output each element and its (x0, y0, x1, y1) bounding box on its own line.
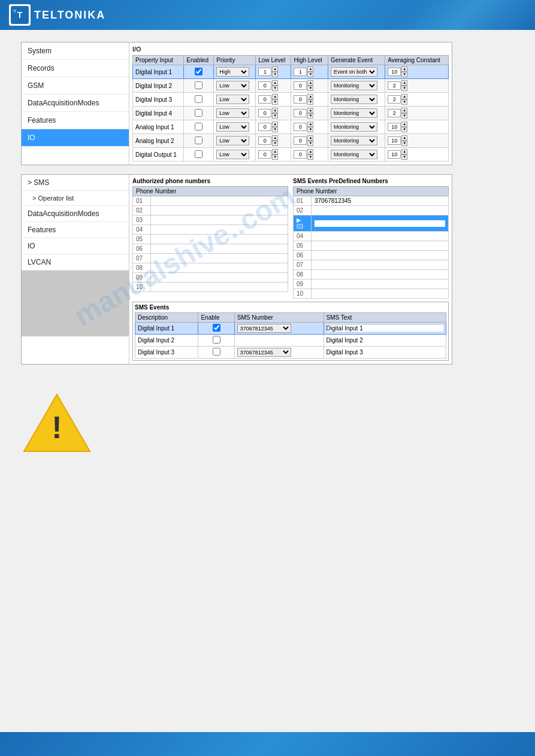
io-low-spinner[interactable]: ▲ ▼ (272, 94, 278, 105)
io-high-spinner[interactable]: ▲ ▼ (307, 108, 313, 119)
io-row-low[interactable]: ▲ ▼ (256, 65, 291, 79)
auth-phone-value[interactable] (151, 254, 288, 263)
sms-ev-row-num[interactable]: 37067812345 (234, 323, 324, 335)
sms-predef-value[interactable] (312, 260, 449, 270)
auth-phone-value[interactable] (151, 235, 288, 244)
auth-phone-input[interactable] (154, 236, 285, 242)
io-row-event[interactable]: Event on both Monitoring Event on rise E… (328, 134, 385, 148)
io-row-avg[interactable]: ▲ ▼ (385, 134, 449, 148)
io-high-spinner[interactable]: ▲ ▼ (307, 94, 313, 105)
io-row-enabled[interactable] (184, 107, 214, 120)
io-high-input[interactable] (294, 136, 307, 145)
sms-ev-checkbox[interactable] (213, 324, 220, 332)
io-row-low[interactable]: ▲ ▼ (256, 93, 291, 107)
io-high-input[interactable] (294, 68, 307, 76)
io-event-select[interactable]: Event on both Monitoring Event on rise E… (331, 136, 377, 145)
io-avg-spinner[interactable]: ▲ ▼ (401, 135, 407, 146)
sms-predef-value[interactable] (312, 232, 449, 241)
sms-ev-row-num[interactable] (234, 335, 324, 347)
io-low-input[interactable] (258, 136, 271, 145)
io-row-priority[interactable]: High Low Medium (214, 148, 256, 162)
sms-predef-value[interactable] (312, 270, 449, 280)
io-priority-select[interactable]: High Low Medium (216, 136, 249, 145)
sms-ev-text-input[interactable] (327, 349, 443, 356)
nav-item-lvcan[interactable]: LVCAN (22, 254, 129, 271)
io-avg-spinner[interactable]: ▲ ▼ (401, 108, 407, 119)
io-low-spinner[interactable]: ▲ ▼ (272, 135, 278, 146)
io-row-high[interactable]: ▲ ▼ (291, 79, 328, 93)
io-high-input[interactable] (294, 123, 307, 131)
io-row-high[interactable]: ▲ ▼ (291, 120, 328, 134)
io-checkbox[interactable] (195, 81, 202, 89)
io-high-spinner[interactable]: ▲ ▼ (307, 149, 313, 160)
io-event-select[interactable]: Event on both Monitoring Event on rise E… (331, 95, 377, 104)
sms-ev-num-select[interactable]: 37067812345 (237, 348, 291, 357)
sms-predef-input[interactable] (315, 198, 445, 204)
auth-phone-input[interactable] (154, 226, 285, 233)
sms-predef-value[interactable] (312, 289, 449, 299)
io-row-priority[interactable]: High Low Medium (214, 134, 256, 148)
auth-phone-input[interactable] (154, 217, 285, 223)
io-row-event[interactable]: Event on both Monitoring Event on rise E… (328, 107, 385, 120)
nav-item-gsm[interactable]: GSM (22, 77, 129, 95)
sms-ev-text-input[interactable] (327, 325, 443, 332)
io-event-select[interactable]: Event on both Monitoring Event on rise E… (331, 150, 377, 159)
io-row-high[interactable]: ▲ ▼ (291, 107, 328, 120)
io-event-select[interactable]: Event on both Monitoring Event on rise E… (331, 67, 377, 77)
nav-item-dam2[interactable]: DataAcquisitionModes (22, 206, 129, 222)
io-avg-input[interactable] (388, 123, 401, 131)
io-low-input[interactable] (258, 95, 271, 104)
io-priority-select[interactable]: High Low Medium (216, 67, 249, 77)
nav-item-dam[interactable]: DataAcquisitionModes (22, 95, 129, 112)
sms-predef-value[interactable] (312, 206, 449, 215)
sms-predef-input[interactable] (315, 207, 445, 214)
nav-item-io2[interactable]: IO (22, 238, 129, 254)
io-avg-spinner[interactable]: ▲ ▼ (401, 149, 407, 160)
io-row-priority[interactable]: High Low Medium (214, 79, 256, 93)
io-row-event[interactable]: Event on both Monitoring Event on rise E… (328, 79, 385, 93)
io-high-input[interactable] (294, 150, 307, 159)
io-checkbox[interactable] (195, 123, 202, 130)
io-row-avg[interactable]: ▲ ▼ (385, 79, 449, 93)
io-row-low[interactable]: ▲ ▼ (256, 148, 291, 162)
io-low-input[interactable] (258, 123, 271, 131)
nav-item-features[interactable]: Features (22, 112, 129, 129)
auth-phone-value[interactable] (151, 225, 288, 235)
io-avg-spinner[interactable]: ▲ ▼ (401, 94, 407, 105)
io-checkbox[interactable] (195, 150, 202, 158)
io-avg-input[interactable] (388, 136, 401, 145)
io-priority-select[interactable]: High Low Medium (216, 95, 249, 104)
io-row-event[interactable]: Event on both Monitoring Event on rise E… (328, 65, 385, 79)
io-row-high[interactable]: ▲ ▼ (291, 65, 328, 79)
io-event-select[interactable]: Event on both Monitoring Event on rise E… (331, 122, 377, 132)
nav-item-operator[interactable]: > Operator list (22, 191, 129, 206)
io-row-enabled[interactable] (184, 134, 214, 148)
io-row-enabled[interactable] (184, 93, 214, 107)
io-avg-input[interactable] (388, 150, 401, 159)
sms-predef-value[interactable] (312, 241, 449, 251)
io-row-event[interactable]: Event on both Monitoring Event on rise E… (328, 120, 385, 134)
auth-phone-input[interactable] (154, 284, 285, 290)
io-low-input[interactable] (258, 81, 271, 90)
sms-predef-value[interactable] (312, 196, 449, 206)
io-row-avg[interactable]: ▲ ▼ (385, 107, 449, 120)
sms-ev-row-text[interactable] (324, 335, 446, 347)
sms-ev-checkbox[interactable] (213, 336, 220, 344)
io-high-spinner[interactable]: ▲ ▼ (307, 122, 313, 132)
io-row-low[interactable]: ▲ ▼ (256, 79, 291, 93)
sms-predef-input[interactable] (315, 281, 445, 287)
sms-ev-row-enable[interactable] (198, 347, 234, 359)
sms-ev-num-select[interactable]: 37067812345 (237, 324, 291, 333)
sms-ev-checkbox[interactable] (213, 348, 220, 356)
sms-ev-row-num[interactable]: 37067812345 (234, 347, 324, 359)
io-row-enabled[interactable] (184, 148, 214, 162)
sms-predef-input[interactable] (315, 271, 445, 278)
sms-predef-input[interactable] (315, 220, 445, 227)
io-row-event[interactable]: Event on both Monitoring Event on rise E… (328, 148, 385, 162)
io-checkbox[interactable] (195, 109, 202, 117)
io-avg-input[interactable] (388, 95, 401, 104)
io-row-enabled[interactable] (184, 120, 214, 134)
io-row-event[interactable]: Event on both Monitoring Event on rise E… (328, 93, 385, 107)
sms-predef-value[interactable] (312, 251, 449, 260)
sms-ev-row-enable[interactable] (198, 335, 234, 347)
